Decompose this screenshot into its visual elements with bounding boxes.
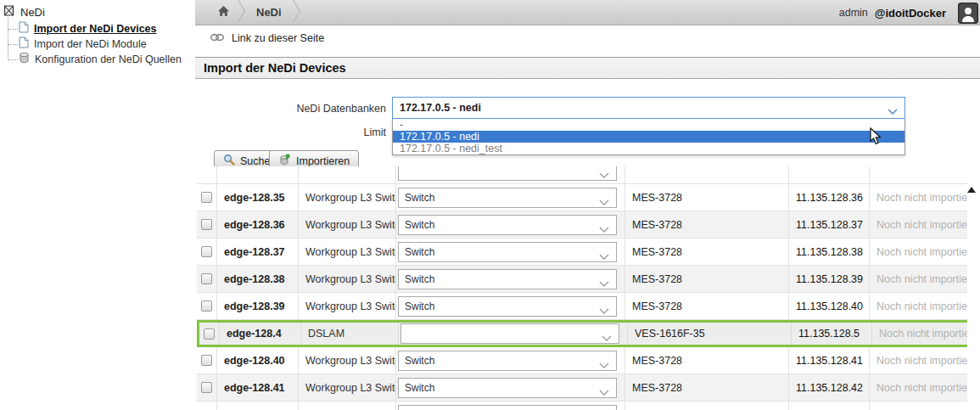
sidebar-item-konfiguration-quellen[interactable]: Konfiguration der NeDi Quellen — [19, 52, 182, 66]
breadcrumb-bar: NeDi admin @idoitDocker — [195, 0, 980, 25]
row-checkbox[interactable] — [201, 246, 212, 257]
row-checkbox[interactable] — [201, 382, 212, 393]
tree-root-nedi[interactable]: NeDi — [3, 4, 45, 20]
table-cell: 11.135.128.5 — [792, 323, 872, 345]
chevron-down-icon — [599, 359, 609, 371]
row-checkbox[interactable] — [201, 192, 212, 203]
db-option[interactable]: 172.17.0.5 - nedi_test — [393, 143, 904, 154]
content-panel: NeDi admin @idoitDocker Link zu dieser S… — [195, 0, 980, 410]
object-type-select[interactable]: Switch — [398, 242, 617, 262]
row-checkbox[interactable] — [201, 273, 212, 284]
device-ip: 11.135.128.39 — [796, 273, 863, 285]
chevron-down-icon — [888, 105, 898, 117]
table-cell: edge-128.39 — [217, 293, 299, 319]
object-type-select[interactable] — [398, 405, 617, 410]
table-cell: Noch nicht importiert — [870, 293, 967, 319]
db-option[interactable]: - — [393, 119, 904, 131]
device-type: Workgroup L3 Switch — [305, 273, 396, 285]
object-type-select[interactable] — [398, 166, 617, 181]
table-cell — [789, 402, 870, 410]
device-ip: 11.135.128.38 — [796, 246, 863, 258]
table-cell — [396, 402, 625, 410]
document-icon — [19, 21, 29, 36]
table-cell: Workgroup L3 Switch — [299, 374, 396, 401]
database-icon — [19, 52, 30, 66]
row-checkbox[interactable] — [201, 300, 212, 312]
table-cell: edge-128.41 — [217, 374, 299, 401]
object-type-select[interactable]: Switch — [398, 378, 617, 398]
table-cell — [197, 374, 217, 401]
table-row: edge-128.37Workgroup L3 SwitchSwitchMES-… — [197, 239, 967, 266]
table-cell: MES-3728 — [625, 374, 789, 401]
table-cell: Switch — [396, 239, 625, 265]
object-type-select[interactable]: Switch — [398, 215, 617, 235]
sidebar-item-import-module[interactable]: Import der NeDi Module — [19, 37, 147, 51]
table-cell: Switch — [396, 374, 625, 401]
device-ip: 11.135.128.5 — [798, 328, 860, 340]
object-type-select[interactable] — [400, 323, 619, 344]
app-window: NeDi Import der NeDi Devices Import der … — [0, 0, 980, 410]
sidebar-item-import-devices[interactable]: Import der NeDi Devices — [19, 21, 157, 36]
table-row-partial — [197, 166, 967, 184]
object-type-select[interactable]: Switch — [398, 188, 617, 208]
device-model: MES-3728 — [632, 273, 682, 285]
table-cell — [396, 166, 625, 183]
device-name: edge-128.39 — [224, 300, 285, 312]
device-name: edge-128.40 — [224, 355, 285, 367]
table-cell — [789, 166, 870, 183]
object-type-select[interactable]: Switch — [398, 269, 617, 289]
page-link-row: Link zu dieser Seite — [195, 25, 980, 51]
table-cell: MES-3728 — [625, 266, 789, 292]
table-cell: Noch nicht importiert — [872, 323, 967, 345]
table-cell — [197, 266, 217, 292]
table-cell — [197, 211, 217, 238]
table-cell: Noch nicht importiert — [870, 211, 967, 238]
device-type: Workgroup L3 Switch — [305, 300, 396, 312]
user-avatar-icon[interactable] — [958, 3, 978, 24]
limit-label: Limit — [195, 126, 386, 138]
table-row: edge-128.40Workgroup L3 SwitchSwitchMES-… — [197, 347, 967, 374]
object-type-value: Switch — [405, 382, 434, 394]
device-model: MES-3728 — [632, 192, 682, 204]
row-checkbox[interactable] — [204, 329, 215, 340]
table-cell: Workgroup L3 Switch — [299, 211, 396, 238]
device-type: Workgroup L3 Switch — [305, 382, 396, 394]
device-type: Workgroup L3 Switch — [305, 355, 396, 367]
chevron-down-icon — [599, 250, 609, 262]
table-cell — [197, 293, 217, 319]
import-button-label: Importieren — [296, 155, 350, 167]
chevron-down-icon — [602, 332, 612, 344]
db-select-value: 172.17.0.5 - nedi — [400, 102, 481, 114]
object-type-select[interactable]: Switch — [398, 296, 617, 317]
chevron-down-icon — [599, 169, 609, 181]
table-cell — [399, 323, 628, 345]
table-cell: Workgroup L3 Switch — [299, 293, 396, 319]
link-to-page-link[interactable]: Link zu dieser Seite — [232, 32, 324, 44]
db-option[interactable]: 172.17.0.5 - nedi — [393, 131, 904, 143]
table-row-partial — [197, 402, 967, 410]
object-type-select[interactable]: Switch — [398, 351, 617, 371]
row-checkbox[interactable] — [201, 219, 212, 230]
table-cell: Switch — [396, 293, 625, 319]
table-cell — [197, 166, 217, 183]
table-cell: Noch nicht importiert — [870, 239, 967, 265]
device-name: edge-128.41 — [224, 382, 285, 394]
user-name: admin — [839, 7, 868, 19]
chevron-down-icon — [599, 386, 609, 398]
row-checkbox[interactable] — [201, 355, 212, 366]
link-icon — [210, 32, 224, 44]
table-cell: edge-128.4 — [220, 323, 301, 345]
home-icon[interactable] — [217, 5, 230, 20]
table-cell: MES-3728 — [625, 211, 789, 238]
tree-connector-lines — [8, 18, 8, 58]
tree-root-label: NeDi — [20, 6, 45, 19]
device-ip: 11.135.128.40 — [796, 300, 863, 312]
table-cell: Noch nicht importiert — [870, 266, 967, 292]
breadcrumb-item-nedi[interactable]: NeDi — [256, 6, 282, 19]
scroll-up-arrow-icon[interactable] — [967, 187, 976, 193]
device-model: MES-3728 — [632, 355, 682, 367]
db-select[interactable]: 172.17.0.5 - nedi — [392, 97, 905, 119]
table-cell — [299, 166, 396, 183]
sidebar-item-label: Import der NeDi Devices — [34, 23, 157, 35]
device-model: VES-1616F-35 — [635, 328, 705, 340]
